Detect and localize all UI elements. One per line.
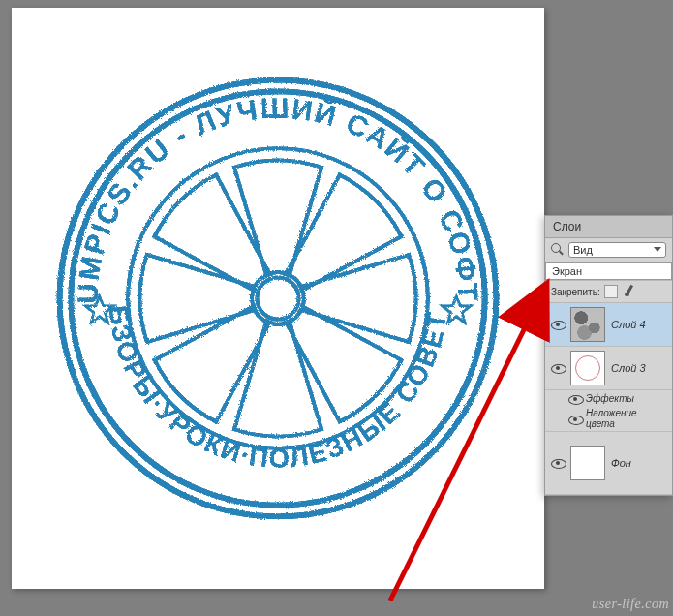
layers-panel: Слои Вид Экран Закрепить: Слой 4 Слой 3 [544, 215, 673, 496]
visibility-toggle-icon[interactable] [568, 392, 580, 404]
visibility-toggle-icon[interactable] [568, 413, 580, 424]
canvas-area[interactable]: LUMPICS.RU - ЛУЧШИЙ САЙТ О СОФТЕ ОБЗОРЫ·… [0, 0, 544, 616]
watermark-text: user-life.com [592, 597, 669, 612]
layers-list: Слой 4 Слой 3 Эффекты Наложение цвета Фо… [545, 303, 672, 495]
layer-fx-heading[interactable]: Эффекты [545, 390, 672, 406]
blend-mode-value: Экран [552, 265, 582, 277]
layer-filter-row: Вид [545, 238, 672, 262]
lock-label: Закрепить: [551, 287, 600, 297]
visibility-toggle-icon[interactable] [551, 361, 565, 375]
visibility-toggle-icon[interactable] [551, 456, 565, 470]
layer-name[interactable]: Слой 3 [611, 362, 668, 374]
layer-row[interactable]: Слой 4 [545, 303, 672, 347]
svg-point-3 [257, 277, 298, 319]
document-canvas[interactable]: LUMPICS.RU - ЛУЧШИЙ САЙТ О СОФТЕ ОБЗОРЫ·… [12, 8, 544, 589]
blend-mode-dropdown[interactable]: Экран [545, 262, 672, 280]
layer-fx-item-label: Наложение цвета [586, 408, 668, 429]
layer-name[interactable]: Слой 4 [611, 319, 668, 330]
layer-name[interactable]: Фон [611, 457, 668, 469]
lock-pixels-icon[interactable] [622, 285, 635, 298]
search-icon [551, 243, 565, 257]
layer-fx-item[interactable]: Наложение цвета [545, 406, 672, 431]
layer-row[interactable]: Фон [545, 432, 672, 495]
layer-thumbnail[interactable] [570, 307, 605, 342]
layer-fx-label: Эффекты [586, 393, 634, 404]
stamp-artwork: LUMPICS.RU - ЛУЧШИЙ САЙТ О СОФТЕ ОБЗОРЫ·… [41, 61, 515, 536]
panel-tab-layers[interactable]: Слои [545, 216, 672, 238]
layer-row[interactable]: Слой 3 [545, 347, 672, 390]
layer-filter-label: Вид [573, 244, 593, 256]
layer-filter-dropdown[interactable]: Вид [568, 242, 666, 258]
lock-transparency-icon[interactable] [604, 285, 618, 298]
lock-row: Закрепить: [545, 281, 672, 303]
layer-thumbnail[interactable] [570, 446, 605, 480]
layer-fx-block: Эффекты Наложение цвета [545, 390, 672, 432]
panel-tab-label: Слои [553, 220, 581, 233]
layer-thumbnail[interactable] [570, 351, 605, 385]
visibility-toggle-icon[interactable] [551, 318, 565, 331]
